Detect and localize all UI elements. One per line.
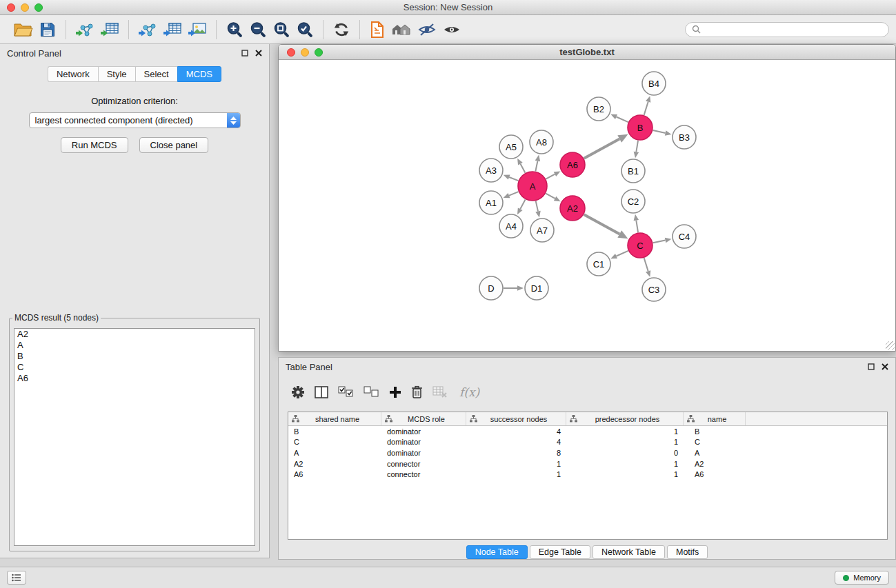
save-session-icon[interactable] — [39, 21, 57, 39]
table-row-A2[interactable]: A2connector11A2 — [288, 458, 887, 469]
close-table-panel-icon[interactable] — [882, 363, 888, 370]
column-header-name[interactable]: name — [684, 412, 746, 425]
tab-node-table[interactable]: Node Table — [466, 545, 528, 559]
tab-style[interactable]: Style — [98, 66, 135, 82]
show-columns-icon[interactable] — [315, 386, 328, 398]
zoom-fit-icon[interactable] — [272, 21, 290, 39]
function-builder-icon[interactable]: f(x) — [459, 385, 479, 399]
export-image-icon[interactable] — [188, 21, 207, 39]
export-network-icon[interactable] — [138, 21, 157, 39]
ndex-home-icon[interactable] — [391, 21, 412, 39]
graph-edge-C-C4[interactable] — [653, 241, 666, 243]
graph-node-label: C3 — [648, 285, 660, 295]
graph-edge-B-B3[interactable] — [653, 130, 666, 133]
task-history-button[interactable] — [7, 571, 26, 585]
graph-edge-A-A8[interactable] — [535, 161, 537, 171]
column-header-mcds-role[interactable]: MCDS role — [381, 412, 466, 425]
window-titlebar[interactable]: Session: New Session — [0, 0, 896, 15]
apply-layout-icon[interactable] — [332, 21, 350, 39]
network-window-title: testGlobe.txt — [279, 45, 895, 59]
graph-edge-A-A6[interactable] — [546, 174, 555, 179]
cell-shared-name: A — [288, 449, 381, 457]
float-table-panel-icon[interactable] — [868, 363, 875, 370]
mcds-result-list[interactable]: A2ABCA6 — [14, 328, 255, 546]
criterion-dropdown[interactable]: largest connected component (directed) — [29, 112, 241, 128]
graph-edge-B-B2[interactable] — [617, 116, 628, 122]
column-header-filler — [746, 412, 887, 425]
network-canvas[interactable]: B4B2BB3A8A5A6A3B1AC2A1A2A4A7C4CC1DD1C3 — [279, 60, 895, 351]
graph-edge-C-C1[interactable] — [617, 251, 628, 256]
table-row-A[interactable]: Adominator80A — [288, 447, 887, 458]
close-panel-button[interactable]: Close panel — [139, 137, 209, 153]
tab-edge-table[interactable]: Edge Table — [530, 545, 590, 559]
import-network-icon[interactable] — [75, 21, 94, 39]
graph-edge-A-A2[interactable] — [546, 194, 555, 199]
graph-edge-A-A3[interactable] — [509, 177, 518, 181]
show-graphics-details-icon[interactable] — [442, 21, 461, 39]
hide-graphics-details-icon[interactable] — [417, 21, 437, 39]
graph-node-label: B3 — [679, 132, 690, 143]
cell-successor-nodes: 1 — [466, 470, 566, 478]
destroy-table-icon[interactable] — [432, 386, 447, 398]
zoom-window-button[interactable] — [34, 3, 43, 12]
graph-node-label: D — [488, 283, 494, 294]
control-panel-title: Control Panel — [7, 48, 61, 59]
network-minimize-button[interactable] — [301, 48, 309, 57]
search-field[interactable] — [685, 22, 889, 37]
cell-predecessor-nodes: 1 — [566, 438, 684, 446]
column-header-predecessor-nodes[interactable]: predecessor nodes — [566, 412, 684, 425]
network-window-titlebar[interactable]: testGlobe.txt — [279, 45, 895, 60]
table-row-A6[interactable]: A6connector11A6 — [288, 469, 887, 480]
graph-edge-A2-C[interactable] — [584, 214, 620, 234]
result-item-A2[interactable]: A2 — [14, 329, 255, 340]
unselect-all-icon[interactable] — [364, 386, 379, 398]
network-zoom-button[interactable] — [315, 48, 323, 57]
network-close-button[interactable] — [287, 48, 295, 57]
graph-edge-A6-B[interactable] — [584, 139, 620, 158]
graph-edge-A-A4[interactable] — [520, 199, 525, 209]
zoom-selected-icon[interactable] — [296, 21, 314, 39]
column-header-shared-name[interactable]: shared name — [288, 412, 381, 425]
result-item-A[interactable]: A — [14, 340, 255, 351]
graph-edge-B-B4[interactable] — [644, 102, 648, 115]
table-settings-gear-icon[interactable] — [291, 385, 305, 399]
graph-edge-A-A1[interactable] — [509, 192, 519, 195]
tab-motifs[interactable]: Motifs — [667, 545, 708, 559]
cell-name: A2 — [684, 460, 746, 468]
close-window-button[interactable] — [7, 3, 15, 12]
memory-button[interactable]: Memory — [835, 571, 889, 585]
graph-edge-A-A5[interactable] — [520, 164, 525, 173]
resize-handle[interactable] — [886, 341, 895, 350]
tab-mcds[interactable]: MCDS — [177, 66, 221, 82]
float-panel-icon[interactable] — [241, 50, 248, 57]
table-panel: Table Panel — [278, 357, 896, 560]
ndex-document-icon[interactable] — [369, 21, 386, 39]
minimize-window-button[interactable] — [21, 3, 29, 12]
close-panel-icon[interactable] — [255, 50, 262, 57]
add-row-icon[interactable] — [389, 386, 401, 398]
zoom-in-icon[interactable] — [226, 21, 243, 39]
result-item-B[interactable]: B — [14, 351, 255, 362]
graph-node-label: A3 — [486, 165, 497, 176]
zoom-out-icon[interactable] — [249, 21, 267, 39]
table-row-C[interactable]: Cdominator41C — [288, 437, 887, 448]
open-session-icon[interactable] — [12, 21, 33, 39]
table-row-B[interactable]: Bdominator41B — [288, 426, 887, 437]
graph-edge-C-C3[interactable] — [644, 258, 648, 271]
graph-edge-A-A7[interactable] — [536, 201, 538, 211]
tab-network-table[interactable]: Network Table — [593, 545, 665, 559]
result-item-A6[interactable]: A6 — [14, 373, 255, 384]
tab-select[interactable]: Select — [135, 66, 177, 82]
export-table-icon[interactable] — [163, 21, 182, 39]
graph-edge-C-C2[interactable] — [636, 221, 638, 233]
mcds-result-title: MCDS result (5 nodes) — [12, 313, 101, 323]
import-table-icon[interactable] — [100, 21, 119, 39]
select-all-icon[interactable] — [338, 386, 354, 398]
search-input[interactable] — [704, 25, 882, 34]
delete-row-icon[interactable] — [411, 385, 423, 398]
column-header-successor-nodes[interactable]: successor nodes — [466, 412, 566, 425]
graph-edge-B-B1[interactable] — [636, 141, 638, 152]
tab-network[interactable]: Network — [48, 66, 98, 82]
run-mcds-button[interactable]: Run MCDS — [61, 137, 128, 153]
result-item-C[interactable]: C — [14, 362, 255, 373]
